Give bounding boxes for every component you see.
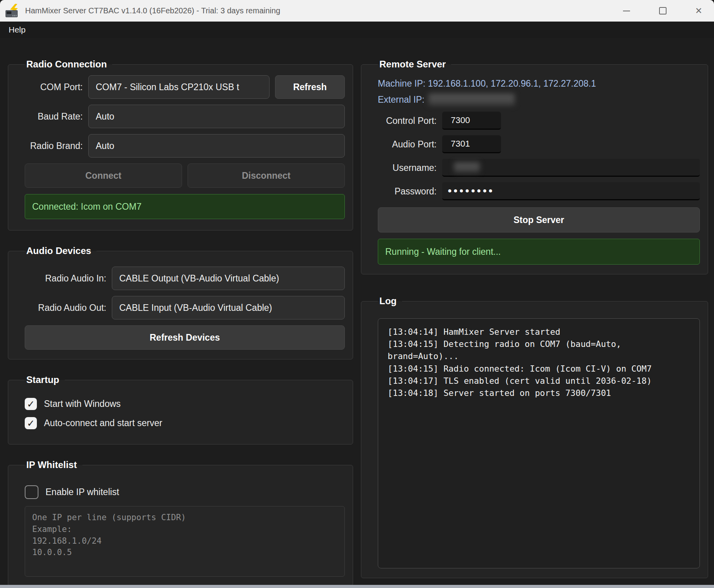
connect-button[interactable]: Connect [25, 163, 182, 188]
log-line: [13:04:18] Server started on ports 7300/… [388, 387, 690, 399]
baud-rate-label: Baud Rate: [25, 111, 83, 122]
radio-brand-label: Radio Brand: [25, 141, 83, 151]
password-input[interactable]: ●●●●●●●● [442, 182, 700, 200]
external-ip-label: External IP: [378, 94, 424, 105]
external-ip-redacted-value [428, 94, 515, 105]
com-port-label: COM Port: [25, 82, 83, 93]
radio-device-icon [5, 10, 18, 17]
auto-connect-checkbox[interactable]: ✓ [25, 417, 37, 429]
audio-devices-title: Audio Devices [25, 245, 97, 256]
start-with-windows-checkbox[interactable]: ✓ [25, 398, 37, 410]
password-masked-value: ●●●●●●●● [448, 187, 494, 195]
remote-server-group: Remote Server Machine IP: 192.168.1.100,… [361, 59, 708, 274]
start-with-windows-label: Start with Windows [44, 399, 121, 409]
baud-rate-select[interactable]: Auto [88, 105, 345, 128]
enable-ip-whitelist-label: Enable IP whitelist [46, 487, 119, 497]
menu-item-help[interactable]: Help [0, 22, 34, 38]
ip-whitelist-placeholder-line: 10.0.0.5 [32, 547, 337, 559]
right-column: Remote Server Machine IP: 192.168.1.100,… [361, 59, 708, 588]
log-line: [13:04:15] Radio connected: Icom (Icom C… [388, 363, 690, 375]
maximize-icon [659, 7, 667, 15]
radio-brand-select[interactable]: Auto [88, 134, 345, 158]
refresh-devices-button[interactable]: Refresh Devices [25, 325, 345, 350]
radio-audio-in-label: Radio Audio In: [25, 273, 106, 284]
ip-whitelist-textarea[interactable]: One IP per line (supports CIDR) Example:… [25, 506, 345, 577]
log-group: Log [13:04:14] HamMixer Server started [… [361, 296, 708, 578]
maximize-button[interactable] [651, 3, 674, 19]
machine-ip-text: Machine IP: 192.168.1.100, 172.20.96.1, … [378, 78, 700, 89]
log-output[interactable]: [13:04:14] HamMixer Server started [13:0… [378, 318, 700, 568]
window-title: HamMixer Server CT7BAC v1.14.0 (16Feb202… [25, 6, 280, 15]
connection-status: Connected: Icom on COM7 [25, 194, 345, 219]
window-controls: ✕ [602, 3, 710, 19]
startup-group: Startup ✓ Start with Windows ✓ Auto-conn… [8, 374, 353, 445]
log-line: [13:04:14] HamMixer Server started [388, 326, 690, 338]
audio-devices-group: Audio Devices Radio Audio In: CABLE Outp… [8, 245, 353, 359]
checkmark-icon: ✓ [27, 399, 35, 409]
minimize-icon [623, 11, 630, 11]
refresh-button[interactable]: Refresh [275, 75, 345, 99]
radio-audio-in-select[interactable]: CABLE Output (VB-Audio Virtual Cable) [112, 267, 345, 290]
app-icon [5, 4, 21, 18]
log-line: [13:04:17] TLS enabled (cert valid until… [388, 375, 690, 387]
log-line: [13:04:15] Detecting radio on COM7 (baud… [388, 338, 690, 350]
checkmark-icon: ✓ [27, 419, 35, 428]
log-title: Log [378, 296, 402, 307]
titlebar: HamMixer Server CT7BAC v1.14.0 (16Feb202… [0, 0, 714, 22]
ip-whitelist-placeholder-line: Example: [32, 524, 337, 535]
ip-whitelist-placeholder-line: One IP per line (supports CIDR) [32, 512, 337, 524]
radio-audio-out-select[interactable]: CABLE Input (VB-Audio Virtual Cable) [112, 296, 345, 319]
log-line: brand=Auto)... [388, 350, 690, 362]
audio-port-label: Audio Port: [378, 139, 437, 150]
control-port-input[interactable]: 7300 [442, 112, 501, 130]
audio-port-input[interactable]: 7301 [442, 135, 501, 153]
username-redacted-value [454, 162, 480, 172]
ip-whitelist-placeholder-line: 192.168.1.0/24 [32, 535, 337, 547]
server-status: Running - Waiting for client... [378, 239, 700, 265]
password-label: Password: [378, 186, 437, 197]
ip-whitelist-group: IP Whitelist Enable IP whitelist One IP … [8, 459, 353, 586]
remote-server-title: Remote Server [378, 59, 451, 70]
close-button[interactable]: ✕ [687, 3, 710, 19]
enable-ip-whitelist-checkbox[interactable] [25, 485, 38, 499]
radio-audio-out-label: Radio Audio Out: [25, 303, 106, 313]
radio-connection-title: Radio Connection [25, 59, 112, 70]
control-port-label: Control Port: [378, 116, 437, 126]
menubar: Help [0, 22, 714, 38]
com-port-select[interactable]: COM7 - Silicon Labs CP210x USB t [88, 75, 270, 99]
minimize-button[interactable] [615, 3, 638, 19]
stop-server-button[interactable]: Stop Server [378, 207, 700, 232]
window-bottom-edge [0, 585, 714, 588]
startup-title: Startup [25, 374, 65, 385]
disconnect-button[interactable]: Disconnect [188, 163, 345, 188]
username-label: Username: [378, 163, 437, 173]
close-icon: ✕ [695, 7, 702, 15]
radio-connection-group: Radio Connection COM Port: COM7 - Silico… [8, 59, 353, 230]
auto-connect-label: Auto-connect and start server [44, 418, 162, 428]
ip-whitelist-title: IP Whitelist [25, 459, 82, 470]
username-input[interactable] [442, 159, 700, 177]
left-column: Radio Connection COM Port: COM7 - Silico… [8, 59, 353, 588]
